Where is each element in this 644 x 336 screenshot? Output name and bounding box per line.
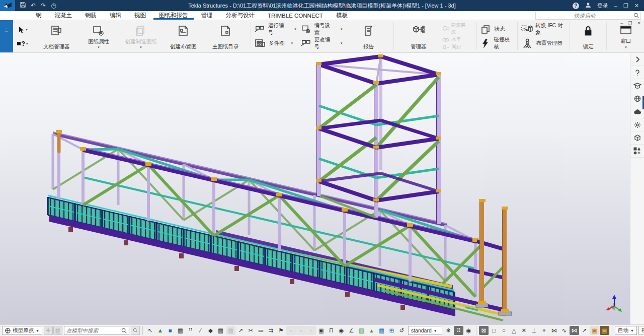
model-search-box[interactable] <box>64 326 129 335</box>
snap-direction-arrow[interactable]: ↗ <box>580 326 589 335</box>
snap-intersection-cross[interactable]: ✕ <box>519 326 529 335</box>
create-fabrication-drawing-button[interactable]: 创建制造图纸 ▾ <box>120 22 162 51</box>
close-button[interactable]: ✕ <box>634 3 639 9</box>
search-icon[interactable] <box>121 328 127 333</box>
quick-launch-box[interactable] <box>535 12 641 20</box>
user-icon[interactable] <box>585 2 591 9</box>
menu-tab[interactable]: 混凝土 <box>48 11 79 20</box>
snap-extension[interactable]: ⌖ <box>539 326 549 335</box>
history-icon[interactable]: ◷ <box>51 0 56 11</box>
select-cut[interactable]: ✂ <box>246 326 256 335</box>
ortho-plane-toggle[interactable]: ▣ <box>600 326 609 335</box>
menu-tab[interactable]: 视图 <box>128 11 152 20</box>
numbering-settings-button[interactable]: 编号设置▾ <box>300 23 343 36</box>
snap-nearest-circle[interactable]: ○ <box>499 326 509 335</box>
spacing-button[interactable]: 间距 <box>442 44 469 50</box>
select-component[interactable]: ▣ <box>316 326 326 335</box>
numbering-settings-caret[interactable]: ▾ <box>341 27 343 31</box>
minimize-button[interactable]: – <box>614 3 617 9</box>
search-icon[interactable] <box>633 13 640 19</box>
snap-grid-locked[interactable]: ⋈ <box>570 326 579 335</box>
lock-button[interactable]: 锁定 <box>574 22 602 51</box>
pointer-tool-button[interactable]: ▾ <box>17 26 28 34</box>
model-search-input[interactable] <box>66 327 120 333</box>
level-button[interactable]: 水平 <box>442 36 469 43</box>
select-grid-lines[interactable]: ▦ <box>226 326 235 335</box>
app-menu-button[interactable]: ≡ <box>0 20 13 52</box>
snap-auto-dropdown[interactable]: 自动▼ <box>615 326 637 335</box>
select-grid-planes[interactable]: ▦ <box>216 326 225 335</box>
view-plane-dropdown[interactable]: 视图平面▼ <box>638 326 644 335</box>
undo-icon[interactable]: ↶ <box>31 0 36 11</box>
search-options-button[interactable] <box>131 326 140 335</box>
render-points[interactable]: ⠿ <box>454 326 463 335</box>
convert-ifc-button[interactable]: 转换 IFC 对象 <box>521 23 567 36</box>
menu-tab[interactable]: 模板 <box>330 11 354 20</box>
select-polyline[interactable]: ↗ <box>236 326 246 335</box>
select-view-eye[interactable]: ◉ <box>337 326 346 335</box>
login-button[interactable]: 登录 <box>597 2 608 10</box>
grid-group-blue[interactable]: ⊞ <box>387 326 396 335</box>
snap-reference[interactable]: ⊠ <box>479 326 489 335</box>
snap-perpendicular[interactable]: ⊥ <box>529 326 539 335</box>
master-drawing-catalog-button[interactable]: 主图纸目录 <box>204 22 247 51</box>
settings-icon[interactable] <box>630 118 644 131</box>
menu-tab[interactable]: 钢筋 <box>78 11 103 20</box>
redo-icon[interactable]: ↷ <box>41 0 46 11</box>
layout-manager-button[interactable]: 布置管理器 <box>521 37 567 50</box>
inquire-tool-button[interactable]: ?▾ <box>17 40 28 47</box>
zoom-rotate[interactable]: ↺ <box>397 326 407 335</box>
building-hierarchy-button[interactable]: 建筑层次 <box>442 22 469 35</box>
applications-components-icon[interactable] <box>630 145 644 158</box>
help-icon[interactable]: ? <box>573 3 579 9</box>
model-3d-view[interactable] <box>0 53 630 324</box>
drawing-properties-button[interactable]: 图纸属性 ▾ <box>77 22 120 51</box>
menu-tab[interactable]: 钢 <box>29 11 48 20</box>
restore-button[interactable]: ❐ <box>623 3 628 9</box>
render-snowflake[interactable]: ❄ <box>444 326 453 335</box>
menu-tab[interactable]: TRIMBLE CONNECT <box>261 11 330 20</box>
change-numbering-caret[interactable]: ▾ <box>341 41 343 45</box>
menu-tab[interactable]: 管理 <box>195 11 219 20</box>
status-button[interactable]: 状态 <box>480 23 514 36</box>
select-cube[interactable]: ◆ <box>206 326 215 335</box>
view-render-tree[interactable]: ▴ <box>367 326 376 335</box>
select-bolt[interactable]: ▫ <box>296 326 306 335</box>
document-manager-button[interactable]: 文档管理器 <box>35 22 77 51</box>
select-rebar[interactable]: ▫ <box>306 326 316 335</box>
menu-tab[interactable]: 编辑 <box>103 11 128 20</box>
view-close-button[interactable]: ✕ <box>637 21 641 26</box>
snap-midpoint-triangle[interactable]: △ <box>509 326 519 335</box>
select-grid[interactable]: ▦ <box>176 326 185 335</box>
model-origin-dropdown[interactable]: 模型原点▼ <box>2 326 42 335</box>
create-layout-drawing-button[interactable]: 创建布置图 <box>162 22 204 51</box>
select-flag[interactable]: ⚑ <box>276 326 286 335</box>
window-button-caret[interactable]: ▾ <box>625 45 627 49</box>
origin-grid-button[interactable]: ▦ <box>53 326 62 335</box>
select-lines[interactable]: ∕ <box>196 326 205 335</box>
component-help-icon[interactable] <box>630 66 644 79</box>
drawing-properties-caret[interactable]: ▾ <box>98 45 100 49</box>
multi-drawing-button[interactable]: 多件图▾ <box>254 37 296 50</box>
cloud-sharing-icon[interactable] <box>630 105 644 118</box>
selection-profile-dropdown[interactable]: standard▼ <box>408 326 442 335</box>
run-numbering-caret[interactable]: ▾ <box>294 27 296 31</box>
pointer-tool-caret[interactable]: ▾ <box>26 28 28 32</box>
save-icon[interactable] <box>20 0 26 11</box>
select-parts[interactable]: ▲ <box>155 326 165 335</box>
grid-view-blue[interactable]: ▦ <box>377 326 386 335</box>
view-minimize-button[interactable]: – <box>620 21 623 26</box>
menu-tab[interactable]: 图纸和报告 <box>152 11 195 20</box>
select-points[interactable]: ⠛ <box>186 326 195 335</box>
select-area[interactable]: ▭ <box>256 326 266 335</box>
education-icon[interactable] <box>630 79 644 92</box>
snap-wave[interactable]: ∿ <box>559 326 569 335</box>
left-end-column[interactable] <box>56 130 62 199</box>
window-button[interactable]: 窗口 ▾ <box>611 22 641 51</box>
tekla-online-icon[interactable] <box>630 92 644 105</box>
panel-expand-icon[interactable] <box>630 53 644 66</box>
select-weld[interactable]: ▫ <box>286 326 296 335</box>
clash-check-button[interactable]: 碰撞校核 <box>480 37 514 50</box>
model-cube-icon[interactable] <box>630 131 644 145</box>
view-restore-button[interactable]: ❐ <box>628 21 632 26</box>
